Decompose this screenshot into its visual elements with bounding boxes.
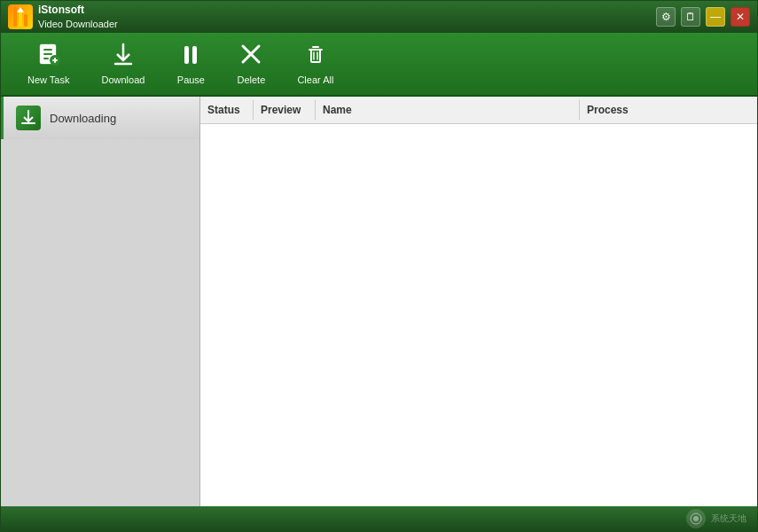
- clear-all-button[interactable]: Clear All: [285, 37, 346, 90]
- clear-all-label: Clear All: [297, 74, 333, 85]
- svg-rect-17: [311, 50, 320, 62]
- svg-rect-13: [184, 46, 189, 64]
- svg-rect-1: [19, 11, 22, 27]
- download-label: Download: [101, 74, 145, 85]
- app-logo-icon: [8, 4, 33, 29]
- col-header-process: Process: [580, 100, 757, 120]
- svg-rect-5: [43, 49, 52, 51]
- info-button[interactable]: 🗒: [681, 7, 700, 27]
- svg-rect-6: [43, 53, 52, 55]
- download-button[interactable]: Download: [89, 37, 157, 90]
- sidebar-downloading-label: Downloading: [50, 112, 116, 125]
- bottom-bar: 系统天地: [1, 506, 757, 531]
- table-body: [200, 124, 757, 506]
- watermark-logo: [686, 509, 706, 528]
- downloading-icon: [16, 106, 41, 130]
- watermark-text: 系统天地: [711, 512, 746, 525]
- settings-button[interactable]: ⚙: [656, 7, 676, 27]
- window-controls: ⚙ 🗒 — ✕: [656, 7, 750, 27]
- clear-all-icon: [304, 43, 327, 71]
- main-area: Downloading Status Preview Name Process: [1, 97, 757, 506]
- svg-rect-2: [24, 14, 27, 27]
- svg-marker-3: [17, 7, 24, 12]
- download-icon: [112, 43, 135, 71]
- svg-rect-0: [13, 7, 17, 27]
- toolbar: New Task Download Pause: [1, 33, 757, 97]
- pause-label: Pause: [177, 74, 205, 85]
- delete-label: Delete: [238, 74, 266, 85]
- watermark: 系统天地: [686, 509, 746, 528]
- col-header-status: Status: [200, 100, 254, 120]
- content-area: Status Preview Name Process: [200, 97, 757, 506]
- minimize-button[interactable]: —: [706, 7, 725, 27]
- app-title: iStonsoft Video Downloader: [38, 4, 118, 30]
- app-logo: iStonsoft Video Downloader: [8, 4, 118, 30]
- svg-rect-7: [43, 58, 49, 59]
- delete-button[interactable]: Delete: [224, 37, 277, 90]
- svg-rect-14: [192, 46, 197, 64]
- title-bar: iStonsoft Video Downloader ⚙ 🗒 — ✕: [1, 1, 757, 33]
- delete-icon: [239, 43, 262, 71]
- svg-rect-10: [54, 58, 56, 63]
- new-task-label: New Task: [27, 74, 69, 85]
- col-header-preview: Preview: [254, 100, 316, 120]
- col-header-name: Name: [316, 100, 580, 120]
- sidebar-item-downloading[interactable]: Downloading: [1, 97, 199, 139]
- svg-point-25: [693, 516, 699, 521]
- pause-button[interactable]: Pause: [164, 37, 217, 90]
- close-button[interactable]: ✕: [731, 7, 750, 27]
- new-task-icon: [37, 43, 60, 71]
- sidebar: Downloading: [1, 97, 200, 506]
- table-header: Status Preview Name Process: [200, 97, 757, 124]
- new-task-button[interactable]: New Task: [15, 37, 82, 90]
- app-window: iStonsoft Video Downloader ⚙ 🗒 — ✕: [0, 0, 758, 532]
- pause-icon: [179, 43, 202, 71]
